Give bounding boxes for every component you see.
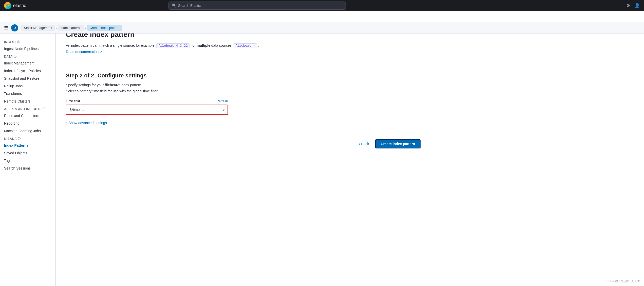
user-badge: D — [11, 24, 18, 31]
sidebar-item-index-lifecycle-policies[interactable]: Index Lifecycle Policies — [0, 67, 55, 75]
sidebar-item-search-sessions[interactable]: Search Sessions — [0, 164, 55, 172]
time-field-header: Time field Refresh — [66, 99, 228, 103]
sidebar-item-rollup-jobs[interactable]: Rollup Jobs — [0, 82, 55, 90]
sidebar-section-data: Data ⓘ — [0, 53, 55, 59]
sidebar-item-transforms[interactable]: Transforms — [0, 90, 55, 97]
refresh-link[interactable]: Refresh — [216, 99, 228, 103]
sidebar-item-tags[interactable]: Tags — [0, 157, 55, 164]
back-chevron-icon: ‹ — [359, 142, 360, 146]
alerts-info-icon[interactable]: ⓘ — [43, 107, 46, 111]
search-icon: 🔍 — [172, 4, 176, 8]
top-nav: elastic 🔍 Search Elastic ⚙ 👤 — [0, 0, 644, 11]
filebeat-bold: filebeat-* — [105, 83, 120, 87]
breadcrumb-sep-1: › — [56, 26, 57, 30]
app-layout: ⚙ Management Ingest ⓘ Ingest Node Pipeli… — [0, 22, 644, 286]
breadcrumb-sep-2: › — [85, 26, 86, 30]
global-search-bar[interactable]: 🔍 Search Elastic — [168, 2, 346, 10]
step-title: Step 2 of 2: Configure settings — [66, 72, 634, 79]
external-link-icon: ↗ — [100, 50, 102, 54]
elastic-brand-text: elastic — [13, 3, 26, 8]
example-code-1: filebeat-4-3-22 — [156, 43, 190, 48]
kibana-info-icon[interactable]: ⓘ — [18, 137, 21, 141]
example-code-2: filebeat-* — [234, 43, 257, 48]
breadcrumb-bar: ☰ D Stack Management › Index patterns › … — [0, 22, 644, 33]
sidebar-section-alerts: Alerts and Insights ⓘ — [0, 105, 55, 112]
sidebar-item-ingest-node-pipelines[interactable]: Ingest Node Pipelines — [0, 45, 55, 53]
footer-actions: ‹ Back Create index pattern — [66, 135, 421, 148]
time-field-label: Time field — [66, 99, 80, 103]
time-field-section: Time field Refresh @timestamp I don't wa… — [66, 99, 228, 115]
sidebar-item-machine-learning-jobs[interactable]: Machine Learning Jobs — [0, 127, 55, 135]
search-placeholder-text: Search Elastic — [178, 4, 201, 8]
breadcrumb-index-patterns[interactable]: Index patterns — [58, 25, 84, 31]
breadcrumb-stack-management[interactable]: Stack Management — [21, 25, 55, 31]
sidebar-item-index-patterns[interactable]: Index Patterns — [0, 142, 55, 149]
sidebar: ⚙ Management Ingest ⓘ Ingest Node Pipeli… — [0, 22, 56, 286]
sidebar-item-rules-connectors[interactable]: Rules and Connectors — [0, 112, 55, 120]
sidebar-item-remote-clusters[interactable]: Remote Clusters — [0, 97, 55, 105]
sidebar-item-index-management[interactable]: Index Management — [0, 59, 55, 67]
sidebar-item-snapshot-restore[interactable]: Snapshot and Restore — [0, 75, 55, 82]
svg-point-4 — [6, 5, 8, 7]
sidebar-section-ingest: Ingest ⓘ — [0, 38, 55, 45]
elastic-logo: elastic — [4, 2, 26, 9]
sidebar-section-kibana: Kibana ⓘ — [0, 135, 55, 142]
create-index-pattern-button[interactable]: Create index pattern — [375, 139, 421, 148]
step-desc-2: Select a primary time field for use with… — [66, 89, 634, 93]
step-desc-1: Specify settings for your filebeat-* ind… — [66, 83, 634, 87]
hamburger-button[interactable]: ☰ — [4, 25, 8, 31]
advanced-chevron-icon: › — [66, 121, 67, 125]
sidebar-item-reporting[interactable]: Reporting — [0, 120, 55, 127]
section-divider — [66, 66, 634, 66]
user-menu-icon[interactable]: 👤 — [634, 3, 640, 8]
show-advanced-settings-toggle[interactable]: › Show advanced settings — [66, 121, 634, 125]
time-field-select-wrapper: @timestamp I don't want to use the time … — [66, 105, 228, 115]
sidebar-item-saved-objects[interactable]: Saved Objects — [0, 149, 55, 157]
notifications-icon[interactable]: ⚙ — [626, 3, 630, 8]
intro-description: An index pattern can match a single sour… — [66, 43, 634, 49]
elastic-logo-icon — [4, 2, 11, 9]
time-field-select[interactable]: @timestamp I don't want to use the time … — [66, 105, 228, 115]
ingest-info-icon[interactable]: ⓘ — [17, 40, 20, 44]
read-documentation-link[interactable]: Read documentation ↗ — [66, 50, 102, 54]
back-button[interactable]: ‹ Back — [356, 140, 372, 148]
breadcrumb-create-index-pattern[interactable]: Create index pattern — [87, 25, 122, 31]
nav-icons: ⚙ 👤 — [626, 3, 640, 8]
svg-point-1 — [7, 4, 9, 6]
data-info-icon[interactable]: ⓘ — [14, 55, 17, 58]
main-content: Create index pattern An index pattern ca… — [56, 22, 644, 286]
